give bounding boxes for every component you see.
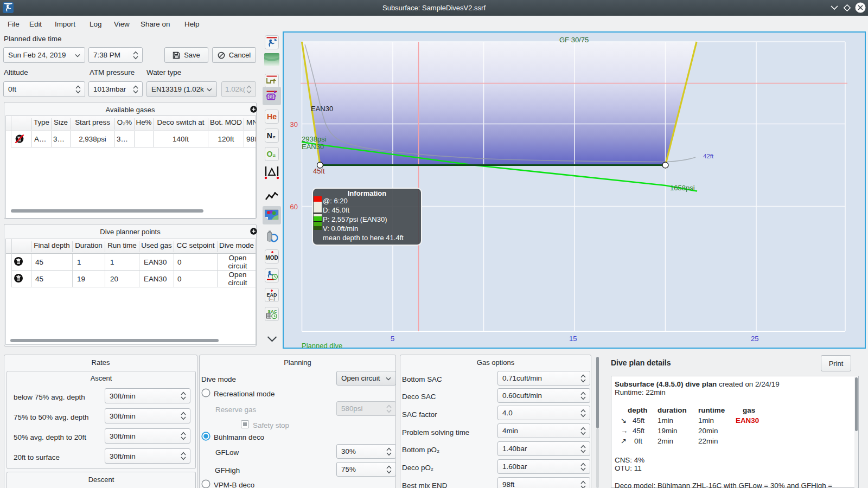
svg-text:(…): (…) bbox=[269, 297, 275, 301]
svg-text:2938psi: 2938psi bbox=[302, 135, 327, 143]
svg-text:EAN30: EAN30 bbox=[311, 105, 333, 113]
svg-text:GF 30/75: GF 30/75 bbox=[559, 36, 589, 44]
svg-text:60: 60 bbox=[290, 203, 298, 211]
svg-text:15: 15 bbox=[569, 335, 577, 343]
svg-text:Planned dive: Planned dive bbox=[302, 342, 342, 349]
svg-text:30: 30 bbox=[290, 120, 298, 129]
svg-text:He: He bbox=[267, 112, 277, 121]
svg-text:1658psi: 1658psi bbox=[670, 184, 695, 192]
svg-text:42ft: 42ft bbox=[703, 153, 714, 159]
svg-text:N₂: N₂ bbox=[267, 131, 276, 140]
svg-text:45ft: 45ft bbox=[313, 167, 325, 175]
svg-text:25: 25 bbox=[751, 335, 758, 343]
svg-text:EAN30: EAN30 bbox=[302, 143, 324, 151]
svg-text:MOD: MOD bbox=[265, 255, 278, 261]
svg-text:5: 5 bbox=[391, 335, 394, 343]
svg-text:O₂: O₂ bbox=[266, 150, 276, 158]
